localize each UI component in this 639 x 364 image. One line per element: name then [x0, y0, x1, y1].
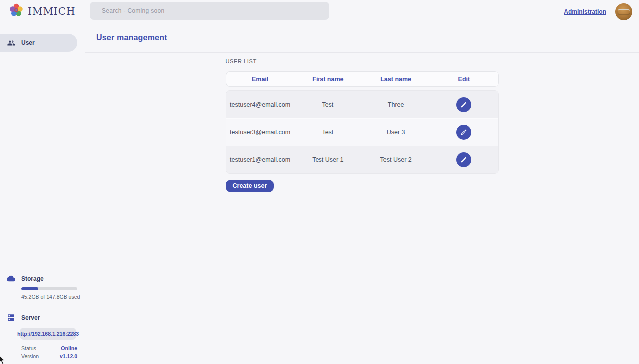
server-version-value: v1.12.0 — [60, 353, 77, 359]
storage-progress-bar — [21, 287, 77, 290]
server-title: Server — [21, 314, 40, 321]
user-first-name: Test — [294, 129, 362, 136]
user-table-header: Email First name Last name Edit — [226, 71, 499, 87]
server-status-row: Status Online — [21, 344, 77, 352]
column-header-first-name: First name — [294, 76, 362, 83]
page-header: User management — [85, 23, 639, 53]
administration-link[interactable]: Administration — [564, 8, 606, 15]
server-section-header: Server — [0, 313, 85, 322]
create-user-button[interactable]: Create user — [226, 180, 274, 192]
topbar-right-group: Administration — [564, 0, 632, 23]
server-version-row: Version v1.12.0 — [21, 352, 77, 360]
storage-usage-text: 45.2GB of 147.8GB used — [21, 294, 85, 300]
sidebar-footer: Storage 45.2GB of 147.8GB used Server ht… — [0, 274, 85, 360]
server-version-label: Version — [21, 353, 39, 359]
pencil-icon — [460, 129, 467, 136]
user-last-name: User 3 — [362, 129, 430, 136]
table-row: testuser4@email.com Test Three — [226, 91, 498, 118]
immich-flower-icon — [9, 3, 24, 20]
pencil-icon — [460, 156, 467, 163]
user-email: testuser1@email.com — [226, 156, 294, 163]
server-status-value: Online — [61, 345, 77, 351]
edit-user-button[interactable] — [456, 125, 471, 140]
sidebar: User Storage 45.2GB of 147.8GB used Serv… — [0, 23, 85, 364]
server-url-badge: http://192.168.1.216:2283 — [20, 328, 76, 340]
sidebar-divider — [7, 307, 78, 307]
server-status-label: Status — [21, 345, 36, 351]
app-logo-text: IMMICH — [28, 5, 76, 17]
column-header-edit: Edit — [430, 76, 498, 83]
sidebar-item-label: User — [21, 39, 35, 46]
edit-user-button[interactable] — [456, 97, 471, 112]
cloud-icon — [7, 274, 15, 283]
table-row: testuser3@email.com Test User 3 — [226, 118, 498, 146]
table-row: testuser1@email.com Test User 1 Test Use… — [226, 146, 498, 173]
user-avatar[interactable] — [615, 3, 632, 20]
edit-user-button[interactable] — [456, 152, 471, 167]
search-input[interactable] — [90, 2, 329, 20]
user-first-name: Test — [294, 101, 362, 108]
user-email: testuser3@email.com — [226, 129, 294, 136]
storage-title: Storage — [21, 275, 44, 282]
user-list-section: USER LIST Email First name Last name Edi… — [226, 58, 499, 192]
users-icon — [7, 39, 15, 47]
user-last-name: Three — [362, 101, 430, 108]
column-header-email: Email — [226, 76, 294, 83]
storage-progress-fill — [21, 287, 38, 290]
mouse-cursor — [0, 355, 7, 364]
column-header-last-name: Last name — [362, 76, 430, 83]
user-table-body: testuser4@email.com Test Three testuser3… — [226, 90, 499, 174]
main-content: User management USER LIST Email First na… — [85, 23, 639, 364]
page-title: User management — [96, 33, 167, 42]
storage-section-header: Storage — [0, 274, 85, 283]
sidebar-item-user[interactable]: User — [0, 34, 77, 52]
user-last-name: Test User 2 — [362, 156, 430, 163]
top-header-bar: IMMICH Administration — [0, 0, 639, 23]
pencil-icon — [460, 101, 467, 108]
server-icon — [7, 313, 15, 322]
user-email: testuser4@email.com — [226, 101, 294, 108]
app-logo[interactable]: IMMICH — [9, 3, 76, 20]
user-first-name: Test User 1 — [294, 156, 362, 163]
user-list-label: USER LIST — [226, 58, 499, 64]
